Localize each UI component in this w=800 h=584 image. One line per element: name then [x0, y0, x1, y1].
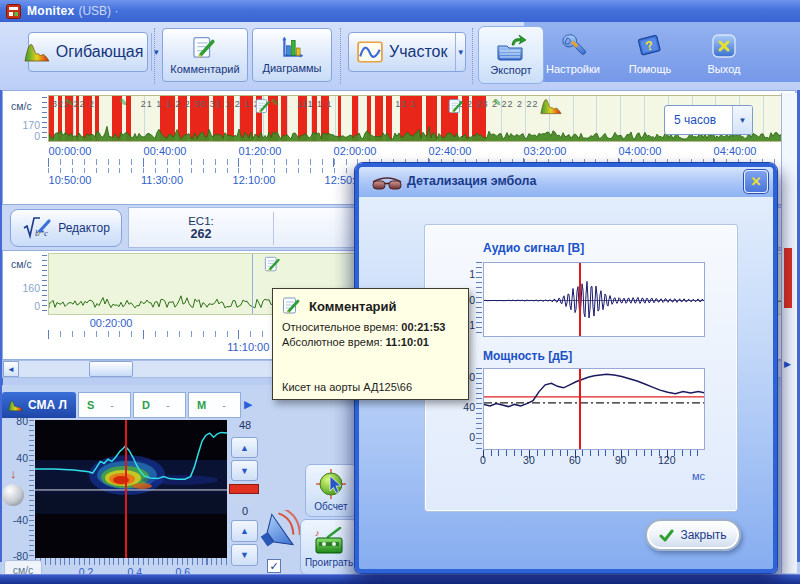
dialog-title: Детализация эмбола [407, 174, 536, 188]
pencil-marker-icon: ✎ [271, 97, 279, 108]
export-label: Экспорт [490, 64, 531, 76]
trackball-indicator[interactable] [2, 484, 24, 506]
level-slider[interactable] [229, 484, 259, 494]
export-button[interactable]: Экспорт [478, 26, 544, 84]
audio-cursor-line[interactable] [579, 263, 581, 336]
time-label: 10:50:00 [49, 174, 92, 186]
side-panel-strip: ▶ [781, 93, 797, 573]
spectro-y-label: -40 [2, 514, 28, 526]
pencil-marker-icon: ✎ [119, 97, 127, 108]
close-dialog-button[interactable]: Закрыть [645, 519, 741, 551]
dialog-close-icon[interactable]: ✕ [744, 170, 768, 193]
titlebar: Monitex (USB) · [0, 0, 800, 22]
power-y-ticks [476, 368, 482, 450]
comment-marker-icon[interactable] [255, 98, 272, 115]
spectrogram[interactable] [35, 420, 227, 558]
svg-text:♪: ♪ [315, 528, 320, 538]
side-strip-arrow[interactable]: ▶ [784, 359, 791, 369]
tooltip-rel-label: Относительное время: [282, 321, 398, 333]
sdm-cell-d[interactable]: D - [133, 392, 186, 418]
comment-marker-icon[interactable] [448, 98, 465, 115]
comment-marker-icon[interactable] [264, 255, 282, 274]
timeline-y-ticks [42, 97, 47, 141]
sma-waveform-icon [8, 399, 23, 412]
scroll-left-button[interactable]: ◄ [3, 361, 19, 377]
comment-tooltip: Комментарий Относительное время: 00:21:5… [272, 288, 469, 400]
comment-icon [192, 35, 218, 61]
offset-up-button[interactable]: ▲ [231, 520, 258, 542]
m-value: - [222, 399, 226, 411]
audio-y-ticks [476, 262, 482, 337]
offset-value: 0 [232, 505, 258, 517]
gain-up-button[interactable]: ▲ [231, 437, 258, 458]
tooltip-rel-value: 00:21:53 [401, 321, 445, 333]
stat-divider [273, 212, 274, 245]
envelope-combo-button[interactable]: Огибающая ▼ [28, 32, 148, 72]
toolbar-separator [154, 28, 155, 84]
power-cursor-line[interactable] [579, 369, 581, 449]
slider-line [232, 501, 256, 503]
ec1-stat: EC1: 262 [129, 208, 273, 247]
spectro-x-ticks [35, 558, 227, 565]
calc-button[interactable]: Обсчет [305, 464, 357, 517]
event-count-mark: 21 1 1 2 2 30 31 1 2 1 22 [141, 99, 266, 109]
spectro-y-label: 80 [2, 415, 28, 427]
section-dropdown-arrow[interactable]: ▼ [455, 33, 465, 71]
sdm-cell-m[interactable]: M - [188, 392, 241, 418]
red-down-arrow-icon: ↓ [10, 466, 17, 481]
sound-checkbox[interactable]: ✓ [267, 559, 281, 573]
spectro-y-label: 40 [2, 452, 28, 464]
time-label: 02:00:00 [334, 145, 377, 157]
help-button[interactable]: ? Помощь [616, 26, 684, 80]
power-plot [483, 368, 705, 450]
gain-down-button[interactable]: ▼ [231, 460, 258, 481]
time-range-value: 5 часов [665, 106, 732, 134]
diagrams-button[interactable]: Диаграммы [252, 28, 332, 82]
scrollbar-thumb[interactable] [89, 361, 133, 377]
play-button[interactable]: ♪ Проиграть [300, 519, 358, 575]
time-label: 00:40:00 [144, 145, 187, 157]
envelope-icon [24, 42, 50, 62]
side-strip-event-bar [784, 248, 792, 308]
power-y-label: 40 [455, 401, 475, 413]
signal-ymin: 0 [8, 300, 40, 312]
exit-button[interactable]: Выход [690, 26, 758, 80]
speaker-icon[interactable] [256, 510, 304, 556]
signal-unit-label: см/с [11, 258, 32, 270]
check-icon [659, 529, 674, 542]
comment-icon [282, 296, 302, 316]
formula-icon: b*c [22, 216, 52, 240]
power-x-label: 90 [615, 454, 627, 466]
offset-down-button[interactable]: ▼ [231, 544, 258, 566]
slider-line [232, 497, 256, 499]
spectrogram-content [35, 420, 227, 558]
ec1-value: 262 [191, 227, 212, 241]
time-label: 04:40:00 [714, 145, 757, 157]
envelope-marker-icon[interactable] [540, 97, 562, 115]
comment-position-marker [252, 254, 253, 314]
tooltip-abs-value: 11:10:01 [386, 336, 429, 348]
d-value: - [166, 399, 170, 411]
envelope-dropdown-arrow[interactable]: ▼ [151, 33, 160, 71]
time-label: 01:20:00 [239, 145, 282, 157]
spectrogram-cursor[interactable] [125, 420, 127, 558]
sdm-next-arrow[interactable]: ▶ [244, 398, 252, 411]
gain-value: 48 [232, 419, 258, 431]
pencil-marker-icon: ✎ [493, 97, 501, 108]
audio-chart-title: Аудио сигнал [В] [483, 241, 584, 255]
pencil-marker-icon: ✎ [65, 97, 73, 108]
d-letter: D [142, 399, 150, 411]
time-label: 00:00:00 [49, 145, 92, 157]
sdm-cell-s[interactable]: S - [78, 392, 131, 418]
settings-button[interactable]: Настройки [536, 26, 610, 80]
comment-button[interactable]: Комментарий [162, 28, 248, 82]
time-range-dropdown-arrow[interactable]: ▼ [732, 106, 752, 134]
section-combo-button[interactable]: Участок ▼ [348, 32, 466, 72]
time-label: 02:40:00 [429, 145, 472, 157]
comment-label: Комментарий [170, 63, 239, 75]
time-range-combo[interactable]: 5 часов ▼ [664, 105, 753, 135]
time-label: 12:10:00 [233, 174, 276, 186]
signal-y-ticks [42, 255, 47, 313]
editor-button[interactable]: b*c Редактор [10, 209, 122, 247]
window-title: Monitex [27, 4, 74, 18]
